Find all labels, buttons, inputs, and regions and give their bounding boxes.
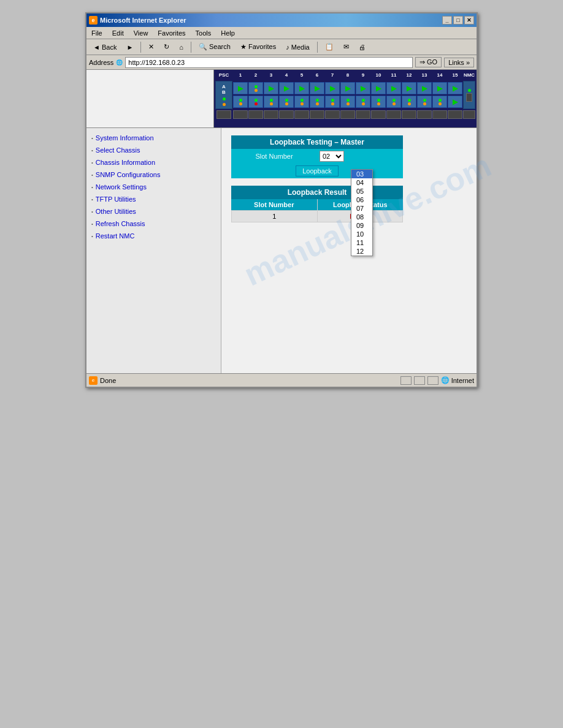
slot-8b-o [347, 102, 350, 105]
links-button[interactable]: Links » [444, 58, 474, 67]
dd-item-11[interactable]: 11 [351, 238, 372, 247]
stop-button[interactable]: ✕ [144, 41, 158, 53]
maximize-button[interactable]: □ [453, 16, 463, 25]
nav-bullet-5: • [91, 184, 93, 190]
history-button[interactable]: 📋 [321, 41, 338, 53]
menu-tools[interactable]: Tools [193, 28, 214, 38]
nav-bullet-9: • [91, 233, 93, 239]
dd-item-06[interactable]: 06 [351, 195, 372, 204]
minimize-button[interactable]: _ [442, 16, 452, 25]
back-button[interactable]: ◄ Back [89, 42, 121, 53]
home-button[interactable]: ⌂ [175, 42, 188, 53]
mail-button[interactable]: ✉ [339, 41, 353, 53]
print-button[interactable]: 🖨 [354, 42, 370, 53]
forward-button[interactable]: ► [122, 42, 137, 53]
chassis-header-10: 10 [371, 71, 386, 80]
dd-item-07[interactable]: 07 [351, 204, 372, 213]
dd-item-03[interactable]: 03 [351, 170, 372, 178]
card-12 [402, 110, 416, 119]
favorites-button[interactable]: ★ Favorites [236, 41, 280, 53]
card-14 [432, 110, 447, 119]
slot-9b-o [362, 102, 365, 105]
search-button[interactable]: 🔍 Search [194, 41, 235, 53]
nav-system-information[interactable]: • System Information [91, 134, 216, 142]
slot-15a-icon: ▶ [453, 84, 458, 93]
nav-snmp-label: SNMP Configurations [96, 171, 161, 178]
title-bar-left: e Microsoft Internet Explorer [89, 16, 186, 25]
nav-snmp-configurations[interactable]: • SNMP Configurations [91, 171, 216, 178]
slot-dropdown-overlay[interactable]: 03 04 05 06 07 08 09 10 11 12 [351, 169, 373, 256]
slot-row-a: ▶ ▶ ▶ [233, 82, 462, 94]
dd-item-10[interactable]: 10 [351, 230, 372, 238]
dd-item-08[interactable]: 08 [351, 213, 372, 221]
dd-item-12[interactable]: 12 [351, 247, 372, 256]
slot-2b-g [255, 99, 258, 102]
menu-view[interactable]: View [131, 28, 151, 38]
nav-chassis-information[interactable]: • Chassis Information [91, 159, 216, 166]
loopback-result-title: Loopback Result [231, 186, 403, 199]
slot-number-select[interactable]: 02 03 04 05 06 07 08 09 10 [320, 151, 344, 162]
nav-refresh-chassis[interactable]: • Refresh Chassis [91, 220, 216, 227]
slot-7a: ▶ [325, 82, 340, 94]
close-button[interactable]: ✕ [464, 16, 474, 25]
chassis-header-14: 14 [432, 71, 447, 80]
nav-network-label: Network Settings [96, 183, 147, 191]
nmc-card [466, 93, 472, 102]
slot-11a-icon: ▶ [391, 84, 397, 93]
loopback-button[interactable]: Loopback [296, 165, 339, 176]
nav-refresh-label: Refresh Chassis [96, 220, 145, 227]
loopback-master-table: Loopback Testing – Master Slot Number 02… [231, 135, 403, 178]
menu-favorites[interactable]: Favorites [155, 28, 188, 38]
card-13 [417, 110, 432, 119]
menu-help[interactable]: Help [218, 28, 237, 38]
psc-card [216, 110, 231, 119]
address-bar: Address 🌐 ⇒ GO Links » [86, 55, 477, 70]
slot-5b [294, 96, 309, 108]
slot-5a: ▶ [294, 82, 309, 94]
address-label: Address [89, 59, 113, 66]
nav-select-chassis-label: Select Chassis [96, 146, 140, 154]
nav-other-utilities[interactable]: • Other Utilities [91, 208, 216, 215]
address-input[interactable] [125, 57, 413, 68]
nav-bullet-1: • [91, 135, 93, 141]
dd-item-05[interactable]: 05 [351, 187, 372, 195]
loopback-result-container: Loopback Result Slot Number Loopback Sta… [231, 186, 467, 222]
slot-2b-r [255, 102, 258, 105]
slot-9a-icon: ▶ [361, 84, 366, 93]
slot-12a-icon: ▶ [407, 84, 412, 93]
menu-file[interactable]: File [89, 28, 105, 38]
slot-11b-o [393, 102, 396, 105]
slot-6b [310, 96, 324, 108]
chassis-header-3: 3 [264, 71, 278, 80]
nav-tftp-utilities[interactable]: • TFTP Utilities [91, 195, 216, 203]
card-4 [279, 110, 294, 119]
chassis-header-5: 5 [294, 71, 309, 80]
menu-edit[interactable]: Edit [110, 28, 126, 38]
loopback-result-data-row: 1 Ready [231, 210, 403, 222]
toolbar-sep-2 [191, 42, 191, 53]
nav-bullet-4: • [91, 172, 93, 178]
nav-network-settings[interactable]: • Network Settings [91, 183, 216, 191]
chassis-header-11: 11 [386, 71, 401, 80]
go-button[interactable]: ⇒ GO [415, 57, 442, 67]
psc-ab-label: AB [222, 84, 226, 95]
nav-other-label: Other Utilities [96, 208, 136, 215]
nav-bullet-6: • [91, 197, 93, 202]
slot-9b-g [362, 99, 365, 102]
slot-number-select-cell: 02 03 04 05 06 07 08 09 10 [317, 149, 403, 164]
nav-select-chassis[interactable]: • Select Chassis [91, 146, 216, 154]
slot-13a-icon: ▶ [422, 84, 427, 93]
refresh-button[interactable]: ↻ [159, 41, 174, 53]
slot-2a-led [255, 85, 258, 88]
chassis-header-8: 8 [340, 71, 355, 80]
media-button[interactable]: ♪ Media [282, 42, 314, 53]
slot-14a: ▶ [432, 82, 447, 94]
slot-5b-g [301, 99, 304, 102]
dd-item-04[interactable]: 04 [351, 178, 372, 187]
dd-item-09[interactable]: 09 [351, 221, 372, 230]
nav-restart-nmc[interactable]: • Restart NMC [91, 232, 216, 240]
toolbar-sep-3 [317, 42, 318, 53]
nav-bullet-8: • [91, 221, 93, 227]
card-15 [448, 110, 462, 119]
chassis-header-9: 9 [356, 71, 370, 80]
